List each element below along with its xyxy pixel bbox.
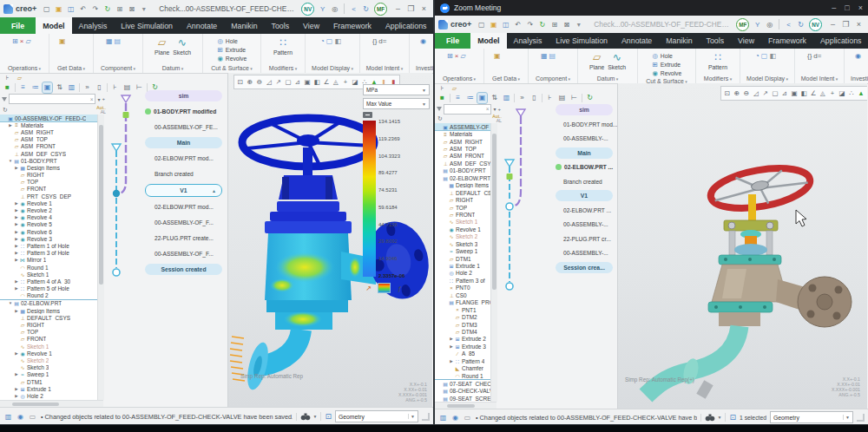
pattern-button[interactable]: ∷Pattern xyxy=(273,37,293,56)
valve-body[interactable] xyxy=(265,233,376,300)
tree-item[interactable]: ▤01-BODY.PRT xyxy=(435,167,490,174)
plane-button[interactable]: ▱Plane xyxy=(589,52,604,70)
event-row[interactable]: 22-PLUG.PRT cr... xyxy=(554,233,616,245)
open-icon[interactable]: ▣ xyxy=(489,19,498,29)
legend-quantity-select[interactable]: Max Value▼ xyxy=(363,98,430,109)
sync-icon[interactable]: ↻ xyxy=(361,3,371,14)
tree-item[interactable]: ▼▤02-ELBOW.PRT xyxy=(0,299,97,307)
sync-icon[interactable]: ↻ xyxy=(796,19,806,29)
lower-body[interactable] xyxy=(261,300,348,366)
tree-item[interactable]: ▶◉Revolve 3 xyxy=(0,235,97,242)
tree-item[interactable]: ▱FRONT xyxy=(435,211,490,218)
zoom-in-icon[interactable]: ⊕ xyxy=(246,77,254,87)
event-row[interactable]: Branch created xyxy=(141,168,227,180)
close-window-icon[interactable]: ⊠ xyxy=(127,3,136,14)
detail-view-icon[interactable]: ≔ xyxy=(30,82,40,93)
tree-item[interactable]: ▶⊞Extrude 3 xyxy=(435,343,490,350)
tree-item[interactable]: ▶⊞Extrude 1 xyxy=(0,385,97,392)
ribbon-small-icon[interactable]: ▱ xyxy=(25,37,30,45)
tree-item[interactable]: ▶∷Pattern 4 of A_30 xyxy=(0,278,97,285)
ribbon-group-label[interactable]: Component xyxy=(531,75,575,83)
browser-toggle-icon[interactable]: ◉ xyxy=(450,412,460,422)
tree-item[interactable]: ▶◉Revolve 4 xyxy=(0,214,97,221)
clean-screen-icon[interactable]: ▭ xyxy=(463,412,472,422)
new-icon[interactable]: ▢ xyxy=(42,3,51,14)
tab-view[interactable]: View xyxy=(731,33,761,49)
model-windows-icon[interactable]: ⊞ xyxy=(549,19,559,29)
tree-item[interactable]: ◎Hole 2 xyxy=(435,270,490,277)
tree-item[interactable]: ◣Chamfer xyxy=(435,364,490,371)
session-node[interactable] xyxy=(506,283,513,290)
named-views-icon[interactable]: ▢ xyxy=(771,88,779,98)
resize-grip[interactable] xyxy=(857,414,865,422)
find-binoculars-icon[interactable] xyxy=(705,414,715,422)
tree-item[interactable]: ▱DTM1 xyxy=(0,378,97,385)
event-row[interactable]: 02-ELBOW.PRT mod... xyxy=(141,153,227,164)
tree-item[interactable]: ▶⊞Extrude 2 xyxy=(435,336,490,343)
refit-icon[interactable]: ◿ xyxy=(752,88,760,98)
valve-stem[interactable] xyxy=(303,147,312,177)
valve-stem[interactable] xyxy=(748,194,756,222)
ribbon-small-icon[interactable]: ▣ xyxy=(494,52,501,60)
ribbon-small-icon[interactable]: ▢ xyxy=(326,37,333,45)
tree-columns-icon[interactable]: ▥ xyxy=(67,82,76,93)
tree-item[interactable]: ▤02-ELBOW.PRT xyxy=(435,174,490,181)
ribbon-small-icon[interactable]: ▤ xyxy=(549,52,556,60)
tree-settings-icon[interactable]: ■ xyxy=(437,93,447,103)
ribbon-small-icon[interactable]: ◔ xyxy=(755,52,760,60)
tab-analysis[interactable]: Analysis xyxy=(507,33,549,49)
tree-item[interactable]: ▶◉Revolve 2 xyxy=(0,206,97,213)
event-row[interactable]: Branch created xyxy=(554,176,616,187)
list-view-icon[interactable]: ≡ xyxy=(18,82,28,93)
tree-item[interactable]: ▦Design Items xyxy=(435,182,490,189)
tab-manikin[interactable]: Manikin xyxy=(224,17,264,34)
filter-dropdown-icon[interactable]: ▾ xyxy=(493,106,496,112)
tree-item[interactable]: ▱RIGHT xyxy=(0,321,97,328)
ribbon-group-label[interactable]: Model Display xyxy=(743,75,792,83)
tree-item[interactable]: ▤07-SEAT_CHECK- xyxy=(435,379,490,387)
main-start-node[interactable] xyxy=(112,144,121,151)
ribbon-small-icon[interactable]: ▤ xyxy=(115,37,122,45)
maximize-button[interactable]: □ xyxy=(845,3,849,12)
tab-view[interactable]: View xyxy=(296,17,326,34)
tree-item[interactable]: ▣00-ASSEMBLY-OF_FEED-C xyxy=(0,115,97,121)
reorient-icon[interactable]: ↗ xyxy=(761,88,770,98)
extrude-button[interactable]: ⊞Extrude xyxy=(652,61,682,69)
undo-icon[interactable]: ↶ xyxy=(513,19,523,29)
extrude-button[interactable]: ⊞Extrude xyxy=(217,46,247,54)
ribbon-group-label[interactable]: Model Intent xyxy=(363,64,406,73)
tree-item[interactable]: ▱ASM_TOP xyxy=(435,145,490,152)
tab-applications[interactable]: Applications xyxy=(378,17,433,34)
sketch-button[interactable]: ∿Sketch xyxy=(608,52,626,70)
user-presence-badge[interactable]: MF xyxy=(736,18,749,31)
tree-item[interactable]: ▶▦Design Items xyxy=(0,307,97,314)
event-row[interactable]: 00-ASSEMBLY-... xyxy=(554,133,616,144)
filter-icon[interactable] xyxy=(2,97,7,101)
section-icon[interactable]: ◪ xyxy=(838,88,846,98)
clear-filter-icon[interactable]: × xyxy=(486,106,490,112)
regenerate-icon[interactable]: ↻ xyxy=(102,3,112,14)
tree-item[interactable]: ◠Round 1 xyxy=(435,372,490,379)
display-style-icon[interactable]: ◧ xyxy=(312,77,321,87)
event-row[interactable]: 01-BODY.PRT mod... xyxy=(554,119,616,130)
version-pill-sim[interactable]: sim xyxy=(145,90,222,101)
ribbon-group-label[interactable]: Investigate xyxy=(847,75,868,83)
redo-icon[interactable]: ↷ xyxy=(90,3,100,14)
zoom-in-icon[interactable]: ⊕ xyxy=(733,88,741,98)
zoom-out-icon[interactable]: ⊖ xyxy=(742,88,751,98)
ribbon-group-label[interactable]: Datum xyxy=(146,64,200,73)
tab-annotate[interactable]: Annotate xyxy=(180,17,224,34)
named-views-icon[interactable]: ▢ xyxy=(284,77,293,87)
tree-item[interactable]: ∷Pattern 3 of xyxy=(435,277,490,284)
reorient-icon[interactable]: ↗ xyxy=(274,77,283,87)
ribbon-small-icon[interactable]: ▦ xyxy=(541,52,548,60)
ribbon-small-icon[interactable]: d= xyxy=(378,37,386,45)
hole-button[interactable]: ◎Hole xyxy=(217,37,247,45)
select-box-icon[interactable]: ⊡ xyxy=(729,413,736,422)
ribbon-group-label[interactable]: Operations xyxy=(3,64,46,73)
graphics-area[interactable]: ⊡⊕⊖◿↗▢⊿▣◧∠◬+◪∴▲‖▮ Simp Rep: Automatic Re… xyxy=(617,83,867,409)
revolve-button[interactable]: ◉Revolve xyxy=(217,55,247,62)
tree-item[interactable]: ×PNT1 xyxy=(435,306,490,313)
tree-item[interactable]: ▱DTM1 xyxy=(435,255,490,262)
tab-tools[interactable]: Tools xyxy=(700,33,732,49)
